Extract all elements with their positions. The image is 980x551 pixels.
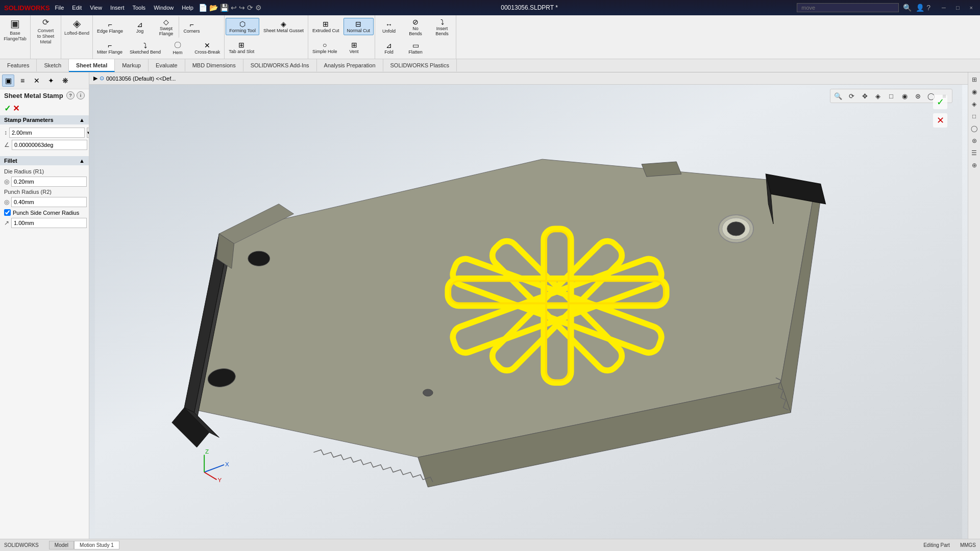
panel-tool-plus[interactable]: ✦ xyxy=(45,74,57,87)
toolbar-insert-bends[interactable]: ⤵ InsertBends xyxy=(429,16,455,38)
vent-label: Vent xyxy=(350,49,359,54)
redo-icon[interactable]: ↪ xyxy=(239,4,245,12)
help-icon-question[interactable]: ? xyxy=(66,91,75,99)
vp-display-icon[interactable]: ◈ xyxy=(872,90,884,102)
rebuild-icon[interactable]: ⟳ xyxy=(247,4,253,12)
menu-file[interactable]: File xyxy=(55,5,64,11)
menu-tools[interactable]: Tools xyxy=(132,5,145,11)
punch-side-input[interactable] xyxy=(11,218,87,228)
vp-pan-icon[interactable]: ✥ xyxy=(859,90,870,102)
angle-row: ∠ ▾ ▲ ▼ xyxy=(4,140,85,150)
toolbar-tab-slot[interactable]: ⊞ Tab and Slot xyxy=(226,39,257,56)
toolbar-simple-hole[interactable]: ○ Simple Hole xyxy=(309,39,340,56)
tab-solidworks-addins[interactable]: SOLIDWORKS Add-Ins xyxy=(243,59,317,72)
toolbar-corners[interactable]: ⌐ Corners xyxy=(180,19,203,35)
tab-solidworks-plastics[interactable]: SOLIDWORKS Plastics xyxy=(383,59,457,72)
save-icon[interactable]: 💾 xyxy=(220,4,229,12)
open-icon[interactable]: 📂 xyxy=(209,4,218,12)
toolbar-hem[interactable]: 〇 Hem xyxy=(165,39,190,57)
toolbar-no-bends[interactable]: ⊘ NoBends xyxy=(403,16,428,38)
minimize-button[interactable]: ─ xyxy=(939,5,949,11)
toolbar-edge-flange[interactable]: ⌐ Edge Flange xyxy=(94,19,126,35)
punch-radius-input[interactable] xyxy=(11,197,87,207)
search-input[interactable] xyxy=(797,3,899,12)
tab-features[interactable]: Features xyxy=(0,59,37,72)
panel-tool-select[interactable]: ▣ xyxy=(2,74,14,87)
toolbar-base-flange[interactable]: ▣ BaseFlange/Tab xyxy=(0,15,31,59)
right-tool-4[interactable]: □ xyxy=(969,111,979,121)
stamp-params-header[interactable]: Stamp Parameters ▲ xyxy=(0,115,89,124)
close-button[interactable]: × xyxy=(967,5,976,11)
menu-edit[interactable]: Edit xyxy=(72,5,82,11)
vp-rotate-icon[interactable]: ⟳ xyxy=(846,90,857,102)
app-logo: SOLIDWORKS xyxy=(4,4,50,12)
fillet-header[interactable]: Fillet ▲ xyxy=(0,156,89,165)
search-icon[interactable]: 🔍 xyxy=(903,4,912,12)
toolbar-sketched-bend[interactable]: ⤵ Sketched Bend xyxy=(127,40,164,56)
toolbar-forming-tool[interactable]: ⬡ Forming Tool xyxy=(226,18,259,35)
tab-sheet-metal[interactable]: Sheet Metal xyxy=(69,59,115,72)
help-icon[interactable]: ? xyxy=(926,4,930,12)
die-radius-input[interactable] xyxy=(11,177,87,187)
menu-view[interactable]: View xyxy=(90,5,102,11)
cancel-button[interactable]: ✕ xyxy=(13,104,19,113)
tab-evaluate[interactable]: Evaluate xyxy=(149,59,185,72)
toolbar-row-4: ⊞ Tab and Slot xyxy=(226,37,307,58)
right-tool-3[interactable]: ◈ xyxy=(969,99,979,109)
vp-light-icon[interactable]: ◉ xyxy=(899,90,910,102)
maximize-button[interactable]: □ xyxy=(953,5,963,11)
toolbar-extruded-cut[interactable]: ⊞ Extruded Cut xyxy=(309,18,342,35)
right-tool-5[interactable]: ◯ xyxy=(969,123,979,134)
depth-icon: ↕ xyxy=(4,129,7,136)
toolbar-miter-flange[interactable]: ⌐ Miter Flange xyxy=(94,40,126,56)
toolbar-jog[interactable]: ⊿ Jog xyxy=(127,19,153,35)
right-tool-2[interactable]: ◉ xyxy=(969,87,979,97)
viewport[interactable]: X Y Z 🔍 ⟳ ✥ ◈ □ ◉ ⊛ ◯ ≡ ✓ ✕ xyxy=(89,85,968,539)
vp-section-icon[interactable]: ⊛ xyxy=(912,90,923,102)
status-tab-motion[interactable]: Motion Study 1 xyxy=(74,541,119,549)
base-flange-icon: ▣ xyxy=(10,17,20,30)
menu-insert[interactable]: Insert xyxy=(110,5,125,11)
vp-zoom-icon[interactable]: 🔍 xyxy=(832,90,844,102)
right-tool-7[interactable]: ☰ xyxy=(969,148,979,158)
panel-tool-star[interactable]: ❋ xyxy=(59,74,71,87)
overlay-accept-button[interactable]: ✓ xyxy=(933,95,947,109)
toolbar-flatten[interactable]: ▭ Flatten xyxy=(403,40,428,56)
options-icon[interactable]: ⚙ xyxy=(255,4,262,12)
angle-input[interactable] xyxy=(12,140,87,150)
punch-side-value-row: ↗ ▾ ▲ ▼ xyxy=(4,218,85,228)
toolbar-sheet-metal-gusset[interactable]: ◈ Sheet Metal Gusset xyxy=(260,18,307,35)
vp-view-icon[interactable]: □ xyxy=(886,90,897,102)
tab-sketch[interactable]: Sketch xyxy=(37,59,69,72)
toolbar-convert[interactable]: ⟳ Convertto SheetMetal xyxy=(31,15,61,59)
help-icon-info[interactable]: i xyxy=(77,91,85,99)
toolbar-lofted-bend[interactable]: ◈ Lofted-Bend xyxy=(61,15,93,59)
toolbar-swept-flange[interactable]: ◇ SweptFlange xyxy=(154,16,179,38)
toolbar-normal-cut[interactable]: ⊟ Normal Cut xyxy=(344,18,374,35)
toolbar-fold[interactable]: ⊿ Fold xyxy=(376,40,402,56)
breadcrumb-icon: ⊙ xyxy=(100,75,104,82)
toolbar-cross-break[interactable]: ✕ Cross-Break xyxy=(191,40,223,56)
tab-mbd-dimensions[interactable]: MBD Dimensions xyxy=(185,59,243,72)
toolbar-unfold[interactable]: ↔ Unfold xyxy=(376,19,402,35)
panel-tool-close[interactable]: ✕ xyxy=(31,74,43,87)
status-tab-model[interactable]: Model xyxy=(49,541,74,549)
tab-analysis-preparation[interactable]: Analysis Preparation xyxy=(317,59,383,72)
menu-help[interactable]: Help xyxy=(182,5,193,11)
toolbar-vent[interactable]: ⊞ Vent xyxy=(341,39,367,56)
right-tool-6[interactable]: ⊛ xyxy=(969,136,979,146)
right-tool-8[interactable]: ⊕ xyxy=(969,160,979,170)
menu-window[interactable]: Window xyxy=(154,5,174,11)
jog-icon: ⊿ xyxy=(137,20,143,29)
new-icon[interactable]: 📄 xyxy=(199,4,207,12)
profile-icon[interactable]: 👤 xyxy=(916,4,924,12)
punch-radius-label: Punch Radius (R2) xyxy=(4,189,85,195)
accept-button[interactable]: ✓ xyxy=(4,104,11,113)
punch-side-checkbox[interactable] xyxy=(4,209,11,216)
tab-markup[interactable]: Markup xyxy=(115,59,149,72)
depth-input[interactable] xyxy=(9,128,85,138)
right-tool-1[interactable]: ⊞ xyxy=(969,74,979,85)
undo-icon[interactable]: ↩ xyxy=(231,4,237,12)
panel-tool-list[interactable]: ≡ xyxy=(16,74,29,87)
overlay-reject-button[interactable]: ✕ xyxy=(933,113,947,128)
